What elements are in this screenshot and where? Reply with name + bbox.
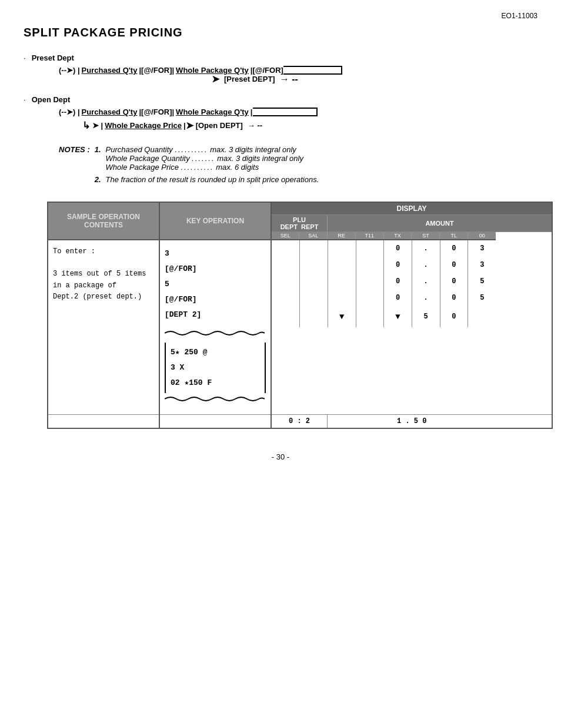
dr1c6: . — [412, 240, 440, 257]
th-amount: AMOUNT — [328, 215, 552, 232]
notes-label-text: NOTES : — [59, 145, 90, 154]
open-bracket-box — [253, 108, 318, 116]
notes-row-2: 2. The fraction of the result is rounded… — [59, 172, 319, 184]
key-3: 3 — [165, 246, 266, 261]
open-flow-start: (-- — [59, 108, 66, 116]
notes-table: NOTES : 1. Purchased Quantity ..........… — [59, 145, 319, 184]
operation-table: SAMPLE OPERATION CONTENTS KEY OPERATION … — [47, 202, 553, 429]
l-arrow-icon: ↳ — [82, 120, 90, 131]
th-key-op-text: KEY OPERATION — [186, 217, 244, 225]
open-dept-flow: (-- ➤ ) | Purchased Q'ty | [@/FOR] | Who… — [59, 108, 537, 131]
dr1c1 — [272, 240, 300, 257]
open-arrow-icon: ➤ — [186, 120, 193, 131]
receipt-content: 5★ 250 @ 3 X 02 ★150 F — [165, 343, 266, 393]
dr4c4 — [356, 290, 384, 306]
open-sep4: ➤ | — [92, 121, 103, 130]
notes-line-2: Whole Package Quantity ....... max. 3 di… — [106, 154, 319, 163]
notes-num-2-text: 2. — [95, 175, 101, 184]
dr5c8 — [468, 306, 496, 327]
sample-desc-3: Dept.2 (preset dept.) — [53, 291, 154, 303]
disp-row-2: 0 . 0 3 — [272, 257, 496, 273]
th-key-op: KEY OPERATION — [159, 202, 271, 240]
sep2: | — [172, 66, 174, 75]
at-for-1: [@/FOR] — [141, 66, 172, 75]
dr3c7: 0 — [440, 273, 468, 290]
open-flow-row1: (-- ➤ ) | Purchased Q'ty | [@/FOR] | Who… — [59, 108, 537, 116]
disp-row-5: ▼ ▼ 5 0 — [272, 306, 496, 327]
dr4c7: 0 — [440, 290, 468, 306]
dr4c8: 5 — [468, 290, 496, 306]
open-dept-result: [Open DEPT] — [196, 121, 243, 130]
dr3c8: 5 — [468, 273, 496, 290]
dr4c1 — [272, 290, 300, 306]
dots-1: .......... — [175, 145, 208, 154]
table-body: To enter : 3 items out of 5 items in a p… — [48, 240, 552, 428]
dr3c3 — [328, 273, 356, 290]
whole-pkg-price-label: Whole Package Price — [105, 121, 182, 130]
receipt-line-2: 3 X — [171, 360, 260, 375]
dr3c6: . — [412, 273, 440, 290]
notes-line-1: Purchased Quantity .......... max. 3 dig… — [106, 145, 319, 154]
notes-row-header: NOTES : 1. Purchased Quantity ..........… — [59, 145, 319, 172]
preset-bracket-box — [283, 66, 342, 75]
notes-section: NOTES : 1. Purchased Quantity ..........… — [59, 145, 537, 184]
notes-content-1: Purchased Quantity .......... max. 3 dig… — [106, 145, 319, 172]
th-sel: SEL — [271, 232, 299, 240]
open-at-for: [@/FOR] — [141, 108, 172, 116]
sample-desc-2: in a package of — [53, 280, 154, 291]
wavy-bottom-svg — [165, 395, 265, 402]
notes-whole-pkg-qty: Whole Package Quantity — [106, 154, 190, 163]
notes-content-2: The fraction of the result is rounded up… — [106, 172, 319, 184]
wavy-top-svg — [165, 330, 265, 337]
dr5c5-triangle: ▼ — [384, 306, 412, 327]
bullet-2: · — [24, 95, 26, 104]
receipt-wrapper: 5★ 250 @ 3 X 02 ★150 F — [165, 327, 266, 408]
key-5: 5 — [165, 277, 266, 292]
th-display: DISPLAY — [271, 202, 552, 215]
preset-dept-section: · Preset Dept (-- ➤ ) | Purchased Q'ty |… — [24, 53, 537, 85]
th-tx: TX — [383, 232, 412, 240]
open-dept-label: · Open Dept — [24, 95, 537, 104]
open-result-arrow: → -- — [248, 121, 262, 130]
dots-3: .......... — [181, 163, 213, 172]
result-arrow: ➤ — [212, 73, 219, 85]
th-sal: SAL — [299, 232, 328, 240]
notes-purchased-qty: Purchased Quantity — [106, 145, 173, 154]
notes-val-1: max. 3 digits integral only — [210, 145, 296, 154]
bullet-1: · — [24, 53, 26, 62]
preset-result-row: ➤ [Preset DEPT] → -- — [212, 73, 537, 85]
notes-label: NOTES : — [59, 145, 95, 172]
dr1c3 — [328, 240, 356, 257]
notes-line-3: Whole Package Price .......... max. 6 di… — [106, 163, 319, 172]
disp-row-4: 0 . 0 5 — [272, 290, 496, 306]
open-whole-pkg-qty: Whole Package Q'ty — [176, 108, 249, 116]
key-op-cell-2 — [159, 415, 271, 429]
sample-intro: To enter : — [53, 246, 154, 257]
open-flow-end: ) | — [73, 108, 80, 116]
th-plu-dept: PLU DEPT REPT — [271, 215, 328, 232]
sample-op-cell: To enter : 3 items out of 5 items in a p… — [48, 240, 159, 415]
dr4c3 — [328, 290, 356, 306]
display-inner-table: 0 . 0 3 0 . 0 — [272, 240, 496, 327]
operation-table-wrapper: SAMPLE OPERATION CONTENTS KEY OPERATION … — [47, 202, 537, 429]
disp-row-1: 0 . 0 3 — [272, 240, 496, 257]
preset-flow-text: (-- ➤ ) | Purchased Q'ty | [@/FOR] | Who… — [59, 66, 283, 75]
notes-whole-pkg-price: Whole Package Price — [106, 163, 179, 172]
sample-desc-1: 3 items out of 5 items — [53, 269, 154, 280]
dr1c7: 0 — [440, 240, 468, 257]
preset-dept-label: · Preset Dept — [24, 53, 537, 62]
th-re: RE — [328, 232, 356, 240]
open-flow-text: (-- ➤ ) | Purchased Q'ty | [@/FOR] | Who… — [59, 108, 253, 116]
display-amount-val: 1 . 5 0 — [328, 415, 496, 429]
dr2c2 — [300, 257, 328, 273]
key-op-cell: 3 [@/FOR] 5 [@/FOR] [DEPT 2] 5★ 250 @ 3 — [159, 240, 271, 415]
dr1c5: 0 — [384, 240, 412, 257]
table-data-row-2: 0 : 2 1 . 5 0 — [48, 415, 552, 429]
at-for-2: [@/FOR] — [253, 66, 283, 75]
flow-start: (-- — [59, 66, 66, 75]
notes-num-1-text: 1. — [95, 145, 101, 154]
th-display-text: DISPLAY — [397, 204, 427, 213]
open-dept-text: Open Dept — [32, 95, 71, 104]
table-header-row: SAMPLE OPERATION CONTENTS KEY OPERATION … — [48, 202, 552, 215]
open-dept-section: · Open Dept (-- ➤ ) | Purchased Q'ty | [… — [24, 95, 537, 131]
